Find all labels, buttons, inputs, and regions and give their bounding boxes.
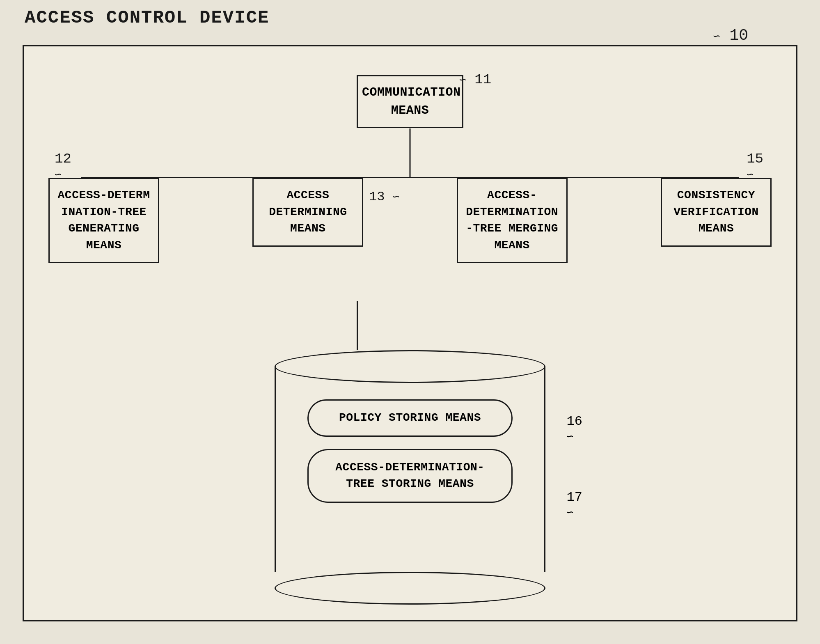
policy-storing-text: POLICY STORING MEANS (339, 411, 481, 424)
ref-17: 17 ∽ (567, 490, 582, 520)
access-det-tree-storing-box: ACCESS-DETERMINATION- TREE STORING MEANS (307, 449, 513, 503)
cylinder-bottom (275, 572, 545, 605)
ref-11: ∽ 11 (459, 72, 491, 87)
communication-means-box: COMMUNICATION MEANS (357, 75, 463, 128)
ref-10: ∽ 10 (713, 27, 748, 44)
vline-comm (410, 128, 411, 178)
cylinder: POLICY STORING MEANS ACCESS-DETERMINATIO… (275, 350, 545, 605)
vline-db (357, 301, 358, 350)
box-consistency-verification: CONSISTENCY VERIFICATION MEANS (661, 178, 772, 247)
outer-box: COMMUNICATION MEANS ∽ 11 12 ∽ 15 ∽ 13 ∽ … (23, 45, 797, 621)
comm-means-text-line1: COMMUNICATION (362, 85, 461, 99)
database-container: POLICY STORING MEANS ACCESS-DETERMINATIO… (275, 350, 545, 605)
cylinder-body: POLICY STORING MEANS ACCESS-DETERMINATIO… (275, 367, 545, 572)
page-title: ACCESS CONTROL DEVICE (25, 7, 270, 28)
component-boxes-row: ACCESS-DETERM INATION-TREE GENERATING ME… (48, 178, 772, 263)
ref-16: 16 ∽ (567, 414, 582, 444)
box-access-determining: ACCESS DETERMINING MEANS (252, 178, 363, 247)
comm-means-text-line2: MEANS (391, 103, 429, 117)
box-access-det-tree-merging: ACCESS- DETERMINATION -TREE MERGING MEAN… (457, 178, 568, 263)
policy-storing-box: POLICY STORING MEANS (307, 399, 513, 437)
cylinder-top (275, 350, 545, 383)
access-det-tree-storing-text: ACCESS-DETERMINATION- TREE STORING MEANS (335, 461, 484, 490)
box-access-determ-generating: ACCESS-DETERM INATION-TREE GENERATING ME… (48, 178, 159, 263)
